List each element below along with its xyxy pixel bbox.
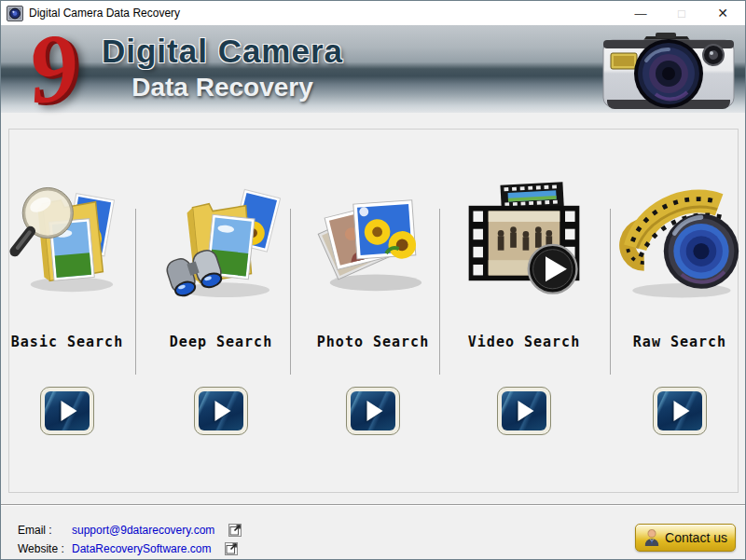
email-row: Email : support@9datarecovery.com	[18, 523, 242, 538]
person-icon	[643, 528, 660, 547]
close-button[interactable]: ✕	[702, 1, 743, 25]
app-window: Digital Camera Data Recovery — □ ✕ 9 Dig…	[0, 0, 746, 560]
footer-divider	[1, 504, 746, 506]
contact-us-button[interactable]: Contact us	[635, 524, 736, 552]
email-link[interactable]: support@9datarecovery.com	[72, 524, 214, 537]
open-website-external-link-icon[interactable]	[224, 541, 239, 556]
header-banner: 9 Digital Camera Data Recovery	[1, 25, 746, 113]
play-icon	[45, 391, 90, 430]
website-link[interactable]: DataRecoverySoftware.com	[72, 542, 211, 555]
basic-search-column: Basic Search	[0, 176, 142, 435]
open-email-external-link-icon[interactable]	[228, 523, 242, 538]
window-controls: — □ ✕	[620, 1, 743, 25]
raw-search-play-button[interactable]	[653, 387, 707, 435]
basic-search-icon	[7, 176, 127, 330]
raw-search-label: Raw Search	[633, 334, 726, 352]
title-bar: Digital Camera Data Recovery — □ ✕	[1, 1, 745, 25]
website-label: Website :	[18, 542, 72, 555]
video-search-play-button[interactable]	[497, 387, 551, 435]
play-icon	[351, 391, 395, 430]
play-icon	[657, 391, 702, 430]
play-icon	[199, 391, 243, 430]
photo-search-column: Photo Search	[298, 176, 448, 435]
basic-search-label: Basic Search	[11, 334, 123, 352]
deep-search-label: Deep Search	[170, 334, 272, 352]
photo-search-label: Photo Search	[317, 334, 429, 352]
contact-us-label: Contact us	[665, 530, 727, 545]
video-search-column: Video Search	[449, 176, 599, 435]
banner-title-line2: Data Recovery	[94, 73, 351, 102]
app-camera-icon	[7, 6, 23, 21]
raw-search-column: Raw Search	[605, 176, 746, 435]
basic-search-play-button[interactable]	[40, 387, 94, 435]
video-search-icon	[462, 176, 587, 330]
maximize-button: □	[661, 1, 702, 25]
deep-search-icon	[161, 176, 281, 330]
brand-9-logo: 9	[23, 17, 83, 119]
website-row: Website : DataRecoverySoftware.com	[18, 541, 239, 556]
camera-illustration-icon	[598, 27, 739, 111]
main-panel: Basic Search	[8, 129, 739, 493]
email-label: Email :	[18, 524, 72, 537]
play-icon	[502, 391, 546, 430]
video-search-label: Video Search	[468, 334, 580, 352]
banner-titles: Digital Camera Data Recovery	[94, 33, 351, 102]
minimize-button[interactable]: —	[620, 1, 661, 25]
raw-search-icon	[617, 176, 742, 330]
photo-search-icon	[313, 176, 433, 330]
banner-title-line1: Digital Camera	[94, 33, 351, 70]
deep-search-play-button[interactable]	[194, 387, 248, 435]
deep-search-column: Deep Search	[146, 176, 296, 435]
photo-search-play-button[interactable]	[346, 387, 400, 435]
